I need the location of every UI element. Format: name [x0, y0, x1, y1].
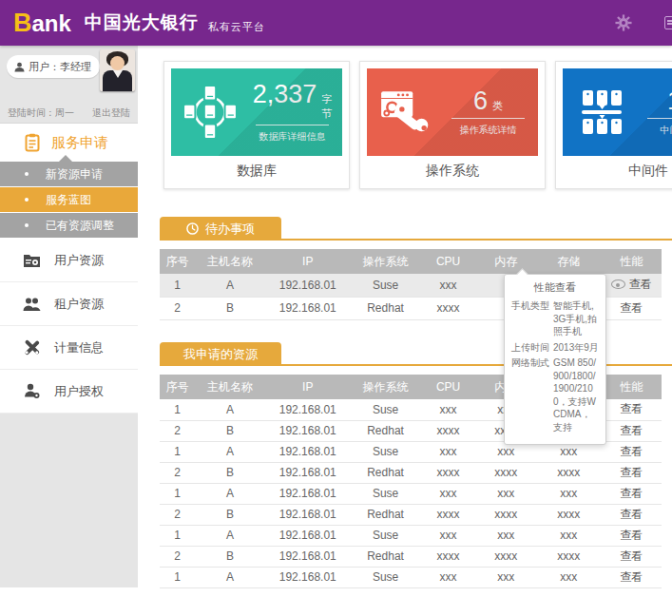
view-link[interactable]: 查看 [602, 567, 662, 587]
sidebar-item-adjust-resource[interactable]: 已有资源调整 [0, 213, 138, 238]
tooltip-title: 性能查看 [511, 280, 599, 295]
view-link[interactable]: 查看 [602, 525, 662, 546]
message-panel-icon[interactable] [664, 16, 672, 29]
table-cell: Suse [351, 399, 421, 420]
column-header: IP [265, 375, 351, 399]
card-database[interactable]: 2,337 字节 数据库详细信息 数据库 [163, 61, 350, 189]
tab-todo-items[interactable]: 待办事项 [160, 217, 281, 241]
card-unit: 类 [492, 99, 503, 113]
table-cell: 192.168.01 [265, 441, 351, 462]
table-cell: 2 [160, 546, 195, 567]
table-cell: 2 [160, 297, 195, 319]
table-cell: Redhat [351, 504, 421, 525]
column-header: CPU [421, 249, 476, 274]
login-time: 登陆时间：周一 [8, 106, 74, 120]
sidebar-item-new-resource[interactable]: 新资源申请 [0, 162, 138, 186]
table-cell: xxx [476, 567, 536, 587]
column-header: CPU [421, 375, 476, 399]
service-submenu: 新资源申请 服务蓝图 已有资源调整 [0, 162, 138, 238]
table-cell: xxx [476, 525, 536, 546]
platform-name: 私有云平台 [208, 20, 265, 34]
view-link[interactable]: 查看 [602, 441, 662, 462]
bank-name: 中国光大银行 [85, 10, 199, 35]
table-cell: xxxx [536, 504, 602, 525]
view-link[interactable]: 查看 [602, 274, 662, 297]
table-cell: 192.168.01 [265, 297, 351, 319]
sidebar-item-user-resources[interactable]: 用户资源 [0, 239, 138, 282]
table-row: 2B192.168.01Redhatxxxxxxxxxxxx查看 [160, 504, 662, 525]
column-header: 操作系统 [351, 375, 421, 399]
table-cell: xxxx [476, 504, 536, 525]
table-cell: 192.168.01 [265, 462, 351, 483]
view-link[interactable]: 查看 [602, 420, 662, 441]
table-cell: B [195, 420, 265, 441]
bank-logo: Bank [13, 9, 71, 38]
column-header: 序号 [160, 249, 195, 274]
view-link[interactable]: 查看 [602, 462, 662, 483]
stat-cards: 2,337 字节 数据库详细信息 数据库 [163, 61, 672, 189]
card-value: 6 [473, 88, 488, 114]
card-subtitle: 中间件详情 [640, 124, 672, 137]
main-content: 2,337 字节 数据库详细信息 数据库 [138, 46, 672, 616]
table-cell: xxx [421, 525, 476, 546]
card-middleware[interactable]: 12 中间件详情 中间件 [555, 61, 672, 189]
table-row: 1A192.168.01Susexxxxxxxxx查看 [160, 483, 662, 504]
table-cell: A [195, 483, 265, 504]
table-cell: xxx [536, 483, 602, 504]
card-subtitle: 操作系统详情 [444, 124, 532, 137]
database-cluster-icon [182, 85, 238, 140]
card-subtitle: 数据库详细信息 [248, 130, 336, 144]
performance-tooltip: 性能查看 手机类型 智能手机,3G手机,拍照手机 上传时间 2013年9月 网络… [504, 274, 606, 445]
table-cell: 1 [160, 399, 195, 420]
view-link[interactable]: 查看 [602, 297, 662, 319]
table-row: 2B192.168.01Redhatxxxxxxxxxxxx查看 [160, 462, 662, 483]
column-header: 主机名称 [195, 375, 265, 399]
logout-link[interactable]: 退出登陆 [92, 106, 130, 120]
user-authorization-icon [23, 383, 41, 399]
view-link[interactable]: 查看 [602, 483, 662, 504]
table-cell: 2 [160, 462, 195, 483]
sidebar-item-metering-info[interactable]: 计量信息 [0, 326, 138, 370]
folder-resource-icon [23, 253, 41, 268]
table-cell: xxxx [421, 420, 476, 441]
tooltip-row: 手机类型 智能手机,3G手机,拍照手机 [511, 299, 599, 338]
clock-icon [186, 222, 199, 235]
view-link[interactable]: 查看 [602, 399, 662, 420]
view-link[interactable]: 查看 [602, 504, 662, 525]
table-cell: 192.168.01 [265, 567, 351, 587]
table-cell: xxx [421, 441, 476, 462]
card-os[interactable]: 6 类 操作系统详情 操作系统 [359, 61, 546, 189]
table-cell: Redhat [351, 462, 421, 483]
table-cell: B [195, 546, 265, 567]
sidebar-item-tenant-resources[interactable]: 租户资源 [0, 282, 138, 326]
user-info-pill: 用户：李经理 [7, 55, 100, 78]
table-cell: xxxx [421, 462, 476, 483]
sidebar-item-service-blueprint[interactable]: 服务蓝图 [0, 187, 138, 212]
tab-applied-resources[interactable]: 我申请的资源 [160, 342, 281, 366]
table-cell: xxxx [421, 504, 476, 525]
card-value: 12 [667, 88, 672, 114]
table-cell: 192.168.01 [265, 525, 351, 546]
middleware-icon [575, 86, 628, 139]
table-cell: xxxx [536, 462, 602, 483]
table-cell: 2 [160, 504, 195, 525]
gear-icon[interactable] [615, 14, 632, 31]
metering-icon [23, 339, 41, 356]
table-cell: 1 [160, 441, 195, 462]
table-cell: B [195, 504, 265, 525]
table-cell: xxxx [476, 546, 536, 567]
table-cell: B [195, 297, 265, 319]
sidebar-item-user-authorization[interactable]: 用户授权 [0, 370, 138, 414]
column-header: 性能 [602, 249, 662, 274]
table-cell: Suse [351, 441, 421, 462]
table-cell: 1 [160, 274, 195, 297]
table-cell: Redhat [351, 420, 421, 441]
table-cell: 192.168.01 [265, 546, 351, 567]
table-row: 2B192.168.01Redhatxxxxxxxxxxxx查看 [160, 546, 662, 567]
table-cell: A [195, 399, 265, 420]
column-header: 序号 [160, 375, 195, 399]
table-header-row: 序号主机名称IP操作系统CPU内存存储性能 [160, 249, 662, 274]
view-link[interactable]: 查看 [602, 546, 662, 567]
table-cell: xxx [421, 483, 476, 504]
table-row: 1A192.168.01Susexxxxxxxxx查看 [160, 525, 662, 546]
